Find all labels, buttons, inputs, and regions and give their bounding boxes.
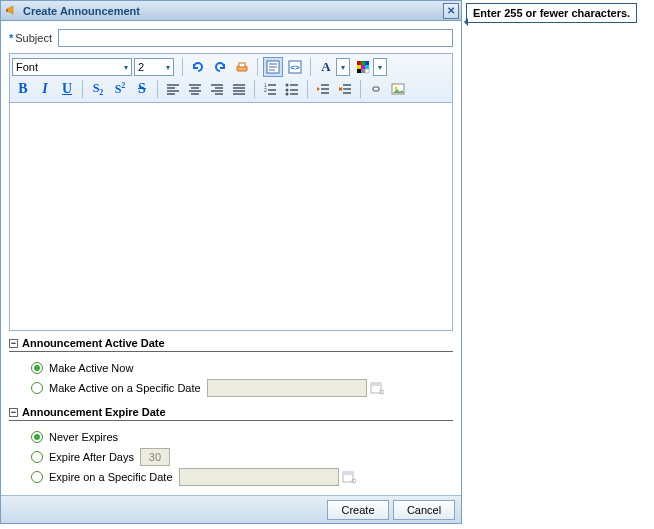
separator (310, 58, 311, 76)
active-date-input (207, 379, 367, 397)
separator (182, 58, 183, 76)
svg-rect-57 (343, 472, 353, 475)
source-mode-button[interactable]: <> (285, 57, 305, 77)
separator (257, 58, 258, 76)
align-right-button[interactable] (207, 79, 227, 99)
svg-text:<>: <> (290, 63, 300, 72)
svg-rect-13 (361, 65, 365, 69)
subscript-button[interactable]: S2 (88, 79, 108, 99)
calendar-icon[interactable] (341, 469, 357, 485)
expire-date-input (179, 468, 339, 486)
required-marker: * (9, 32, 13, 44)
label-make-active-date: Make Active on a Specific Date (49, 382, 201, 394)
rich-text-mode-button[interactable] (263, 57, 283, 77)
rich-text-toolbar: Font ▾ 2 ▾ <> A ▾ ▾ (9, 53, 453, 103)
erase-button[interactable] (232, 57, 252, 77)
subject-input[interactable] (58, 29, 453, 47)
link-button[interactable] (366, 79, 386, 99)
subject-label: Subject (15, 32, 52, 44)
align-left-button[interactable] (163, 79, 183, 99)
svg-rect-54 (371, 383, 381, 386)
label-never-expires: Never Expires (49, 431, 118, 443)
section-title-expire: Announcement Expire Date (22, 406, 166, 418)
separator (254, 80, 255, 98)
superscript-button[interactable]: S2 (110, 79, 130, 99)
radio-make-active-date[interactable] (31, 382, 43, 394)
separator (157, 80, 158, 98)
dialog-title: Create Announcement (23, 5, 443, 17)
separator (9, 420, 453, 421)
bold-button[interactable]: B (13, 79, 33, 99)
svg-rect-11 (365, 61, 369, 65)
align-center-button[interactable] (185, 79, 205, 99)
radio-expire-after-days[interactable] (31, 451, 43, 463)
rich-text-editor[interactable] (9, 103, 453, 331)
label-make-active-now: Make Active Now (49, 362, 133, 374)
svg-rect-15 (357, 69, 361, 73)
separator (307, 80, 308, 98)
italic-button[interactable]: I (35, 79, 55, 99)
background-color-dropdown[interactable]: ▾ (373, 58, 387, 76)
chevron-down-icon: ▾ (166, 63, 170, 72)
radio-make-active-now[interactable] (31, 362, 43, 374)
redo-button[interactable] (210, 57, 230, 77)
font-family-select[interactable]: Font ▾ (12, 58, 132, 76)
announcement-icon (5, 4, 19, 18)
background-color-button[interactable] (353, 57, 373, 77)
separator (360, 80, 361, 98)
indent-button[interactable] (335, 79, 355, 99)
font-color-button[interactable]: A (316, 57, 336, 77)
unordered-list-button[interactable] (282, 79, 302, 99)
svg-point-40 (286, 89, 289, 92)
section-title-active: Announcement Active Date (22, 337, 165, 349)
align-justify-button[interactable] (229, 79, 249, 99)
cancel-button[interactable]: Cancel (393, 500, 455, 520)
collapse-toggle-active[interactable]: − (9, 339, 18, 348)
collapse-toggle-expire[interactable]: − (9, 408, 18, 417)
separator (9, 351, 453, 352)
svg-rect-2 (239, 63, 245, 67)
strikethrough-button[interactable]: S (132, 79, 152, 99)
validation-tooltip: Enter 255 or fewer characters. (466, 3, 637, 23)
ordered-list-button[interactable]: 12 (260, 79, 280, 99)
svg-rect-17 (365, 69, 369, 73)
create-button[interactable]: Create (327, 500, 389, 520)
font-size-value: 2 (138, 61, 144, 73)
svg-rect-9 (357, 61, 361, 65)
svg-text:2: 2 (264, 87, 267, 93)
underline-button[interactable]: U (57, 79, 77, 99)
svg-rect-0 (6, 9, 8, 12)
radio-never-expires[interactable] (31, 431, 43, 443)
chevron-down-icon: ▾ (124, 63, 128, 72)
close-button[interactable]: ✕ (443, 3, 459, 19)
svg-rect-14 (365, 65, 369, 69)
svg-rect-12 (357, 65, 361, 69)
svg-rect-16 (361, 69, 365, 73)
svg-rect-10 (361, 61, 365, 65)
font-size-select[interactable]: 2 ▾ (134, 58, 174, 76)
label-expire-on-date: Expire on a Specific Date (49, 471, 173, 483)
radio-expire-on-date[interactable] (31, 471, 43, 483)
image-button[interactable] (388, 79, 408, 99)
separator (82, 80, 83, 98)
svg-point-39 (286, 84, 289, 87)
calendar-icon[interactable] (369, 380, 385, 396)
undo-button[interactable] (188, 57, 208, 77)
label-expire-after-days: Expire After Days (49, 451, 134, 463)
outdent-button[interactable] (313, 79, 333, 99)
svg-point-41 (286, 93, 289, 96)
font-color-dropdown[interactable]: ▾ (336, 58, 350, 76)
font-family-value: Font (16, 61, 38, 73)
expire-days-input (140, 448, 170, 466)
